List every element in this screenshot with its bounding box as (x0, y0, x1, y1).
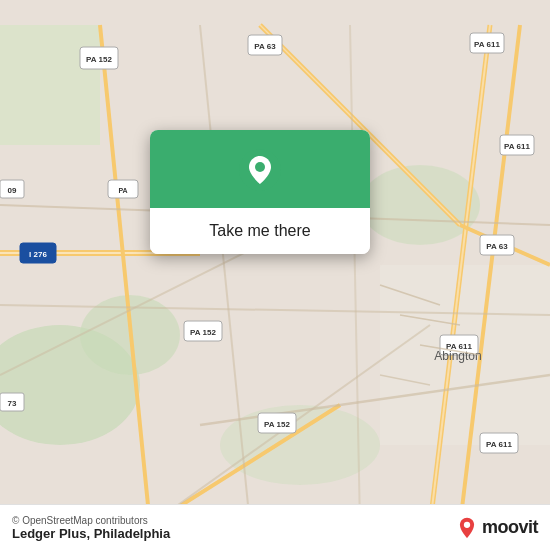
osm-attribution: © OpenStreetMap contributors (12, 515, 148, 526)
popup-card: Take me there (150, 130, 370, 254)
svg-text:PA 63: PA 63 (254, 42, 276, 51)
svg-text:PA 611: PA 611 (486, 440, 512, 449)
map-svg: PA 152 PA 63 PA 611 PA 611 PA 63 I 276 P… (0, 0, 550, 550)
svg-text:PA 152: PA 152 (190, 328, 216, 337)
take-me-there-button[interactable]: Take me there (150, 208, 370, 254)
svg-text:PA 152: PA 152 (264, 420, 290, 429)
svg-text:I 276: I 276 (29, 250, 47, 259)
bottom-bar: © OpenStreetMap contributors Ledger Plus… (0, 504, 550, 550)
moovit-logo: moovit (456, 517, 538, 539)
svg-text:73: 73 (8, 399, 17, 408)
svg-text:PA 611: PA 611 (474, 40, 500, 49)
svg-text:PA 611: PA 611 (504, 142, 530, 151)
svg-text:09: 09 (8, 186, 17, 195)
svg-point-56 (255, 162, 265, 172)
moovit-brand-text: moovit (482, 517, 538, 538)
svg-point-57 (464, 521, 470, 527)
svg-text:PA 152: PA 152 (86, 55, 112, 64)
moovit-pin-icon (456, 517, 478, 539)
svg-text:PA: PA (118, 187, 127, 194)
map-container: PA 152 PA 63 PA 611 PA 611 PA 63 I 276 P… (0, 0, 550, 550)
svg-point-3 (360, 165, 480, 245)
svg-text:PA 63: PA 63 (486, 242, 508, 251)
popup-header (150, 130, 370, 208)
location-pin-icon (238, 148, 282, 192)
location-info: © OpenStreetMap contributors Ledger Plus… (12, 515, 170, 541)
location-name: Ledger Plus, Philadelphia (12, 526, 170, 541)
svg-rect-4 (0, 25, 100, 145)
